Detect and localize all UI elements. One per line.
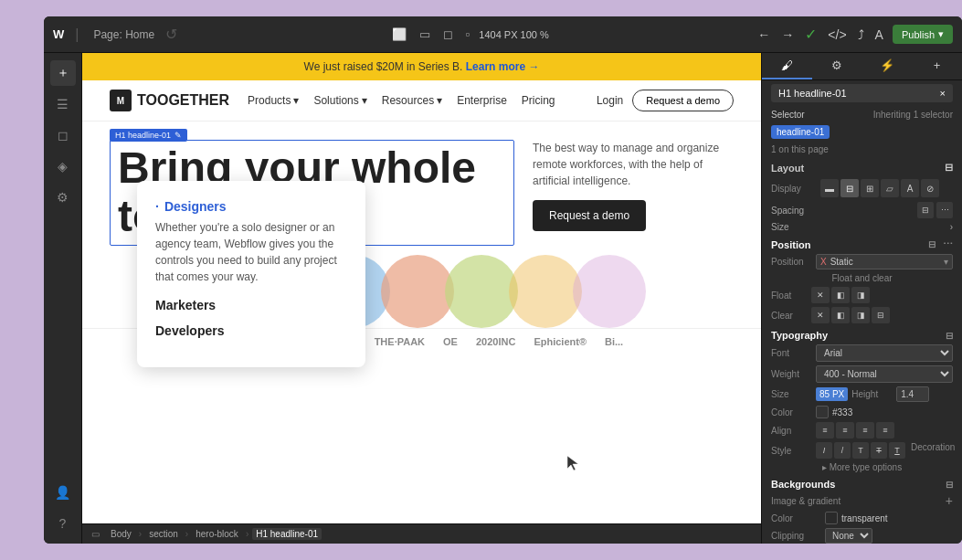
underline-btn[interactable]: T <box>889 442 905 459</box>
headline-label-text: H1 headline-01 <box>115 131 171 140</box>
nav-products[interactable]: Products ▾ <box>248 94 299 107</box>
sidebar-help-btn[interactable]: ? <box>50 511 76 536</box>
bg-color-value: transparent <box>841 513 888 523</box>
italic-btn[interactable]: I <box>816 442 832 459</box>
hero-description: The best way to manage and organize remo… <box>533 140 734 189</box>
display-grid-btn[interactable]: ⊞ <box>861 179 879 197</box>
breadcrumb-body[interactable]: Body <box>107 528 135 540</box>
more-type-options[interactable]: ▸ More type options <box>762 460 962 474</box>
announcement-link[interactable]: Learn more → <box>466 60 540 73</box>
sidebar-cms-btn[interactable]: ⚙ <box>50 185 76 210</box>
settings-tab[interactable]: ⚙ <box>812 53 862 79</box>
custom-tab[interactable]: + <box>912 53 962 79</box>
nav-cta-button[interactable]: Request a demo <box>632 90 734 111</box>
backgrounds-section-header[interactable]: Backgrounds ⊟ <box>762 474 962 491</box>
align-center-btn[interactable]: ≡ <box>836 422 854 438</box>
hero-cta-button[interactable]: Request a demo <box>533 200 646 231</box>
breadcrumb-headline[interactable]: H1 headline-01 <box>252 528 322 540</box>
breadcrumb-section[interactable]: section <box>145 528 182 540</box>
caps-btn[interactable]: T <box>852 442 869 459</box>
typography-section-header[interactable]: Typography ⊟ <box>762 325 962 343</box>
redo-btn[interactable]: → <box>779 26 796 44</box>
bg-color-row: Color transparent <box>762 510 962 526</box>
breadcrumb: ▭ Body › section › hero-block › H1 headl… <box>82 523 761 544</box>
publish-button[interactable]: Publish ▾ <box>893 25 953 44</box>
clipping-row: Clipping None <box>762 526 962 544</box>
align-justify-btn[interactable]: ≡ <box>876 422 894 438</box>
display-flex-btn[interactable]: ⊟ <box>840 179 859 197</box>
interactions-tab[interactable]: ⚡ <box>862 53 913 79</box>
clear-none-btn[interactable]: ✕ <box>811 307 830 323</box>
align-right-btn[interactable]: ≡ <box>856 422 874 438</box>
font-size-input[interactable]: 85 PX <box>816 387 848 401</box>
element-close-icon[interactable]: × <box>940 88 946 99</box>
position-section-header[interactable]: Position ⊟ ⋯ <box>762 234 962 252</box>
float-none-btn[interactable]: ✕ <box>811 287 830 303</box>
position-more-btn[interactable]: ⋯ <box>943 238 953 250</box>
clear-left-btn[interactable]: ◧ <box>831 307 850 323</box>
element-name-bar: H1 headline-01 × <box>771 84 953 102</box>
align-left-btn[interactable]: ≡ <box>816 422 834 438</box>
sidebar-assets-btn[interactable]: ◈ <box>50 153 76 179</box>
float-left-btn[interactable]: ◧ <box>831 287 850 303</box>
bg-color-swatch[interactable] <box>825 512 838 524</box>
nav-solutions[interactable]: Solutions ▾ <box>313 94 366 107</box>
sidebar-add-btn[interactable]: ＋ <box>50 60 76 86</box>
clear-right-btn[interactable]: ◨ <box>851 307 870 323</box>
size-section[interactable]: Size › <box>762 220 962 234</box>
spacing-more-btn[interactable]: ⋯ <box>936 202 953 218</box>
export-btn[interactable]: ⤴ <box>856 26 866 44</box>
line-height-input[interactable] <box>896 386 929 402</box>
spacing-section[interactable]: Spacing ⊟ ⋯ <box>762 200 962 220</box>
nav-login[interactable]: Login <box>597 94 623 107</box>
color-swatch[interactable] <box>816 406 829 418</box>
oblique-btn[interactable]: / <box>834 442 851 459</box>
canvas[interactable]: We just raised $20M in Series B. Learn m… <box>82 53 761 544</box>
image-gradient-row: Image & gradient + <box>762 491 962 510</box>
selector-badge[interactable]: headline-01 <box>771 125 830 139</box>
layout-label: Layout <box>771 163 804 174</box>
clear-label: Clear <box>771 311 808 321</box>
strike-btn[interactable]: T <box>871 442 887 459</box>
announcement-bar: We just raised $20M in Series B. Learn m… <box>82 53 761 80</box>
position-select[interactable]: X Static ▾ <box>816 254 953 269</box>
bg-color-label: Color <box>771 513 821 523</box>
weight-select[interactable]: 400 - Normal <box>816 365 953 383</box>
layout-section-header[interactable]: Layout ⊟ <box>762 156 962 176</box>
display-inline-btn[interactable]: ▱ <box>881 179 899 197</box>
font-select[interactable]: Arial <box>816 344 953 362</box>
float-clear-label: Float and clear <box>762 271 962 285</box>
display-none-btn[interactable]: ⊘ <box>921 179 939 197</box>
tablet-view-btn[interactable]: ▭ <box>416 26 434 43</box>
sidebar-users-btn[interactable]: 👤 <box>50 480 76 505</box>
headline-label: H1 headline-01 ✎ <box>110 129 187 142</box>
nav-enterprise[interactable]: Enterprise <box>457 94 507 107</box>
undo-btn[interactable]: ← <box>756 26 772 44</box>
dropdown-item-developers[interactable]: Developers <box>155 323 347 338</box>
desktop-view-btn[interactable]: ⬜ <box>388 26 410 43</box>
nav-resources[interactable]: Resources ▾ <box>382 94 442 107</box>
spacing-edit-btn[interactable]: ⊟ <box>917 202 934 218</box>
sidebar-navigator-btn[interactable]: ☰ <box>50 91 76 117</box>
align-label: Align <box>771 426 812 436</box>
clear-row: Clear ✕ ◧ ◨ ⊟ <box>762 305 962 325</box>
status-indicator[interactable]: ✓ <box>803 24 819 45</box>
spacing-actions: ⊟ ⋯ <box>917 202 953 218</box>
clipping-select[interactable]: None <box>825 528 872 544</box>
float-right-btn[interactable]: ◨ <box>851 287 870 303</box>
clear-both-btn[interactable]: ⊟ <box>872 307 890 323</box>
style-tab[interactable]: 🖌 <box>762 53 812 79</box>
topbar-center: ⬜ ▭ ◻ ▫ 1404 PX 100 % <box>188 26 748 43</box>
code-btn[interactable]: </> <box>826 26 848 44</box>
nav-pricing[interactable]: Pricing <box>522 94 555 107</box>
sidebar-elements-btn[interactable]: ◻ <box>50 122 76 148</box>
breadcrumb-hero-block[interactable]: hero-block <box>192 528 242 540</box>
mobile-view-btn[interactable]: ◻ <box>439 26 457 43</box>
align-buttons: ≡ ≡ ≡ ≡ <box>816 422 894 438</box>
display-inline-block-btn[interactable]: A <box>901 179 919 197</box>
mobile-small-view-btn[interactable]: ▫ <box>462 26 474 43</box>
dropdown-item-marketers[interactable]: Marketers <box>155 298 347 312</box>
display-block-btn[interactable]: ▬ <box>820 179 839 197</box>
account-btn[interactable]: A <box>873 26 885 44</box>
add-background-btn[interactable]: + <box>946 493 953 508</box>
